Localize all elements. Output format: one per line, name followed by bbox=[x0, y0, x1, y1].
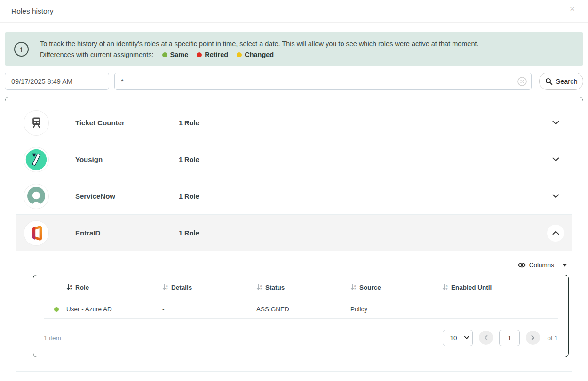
eye-icon bbox=[518, 261, 526, 269]
legend-line: Differences with current assignments: Sa… bbox=[40, 49, 479, 60]
close-icon[interactable]: × bbox=[568, 3, 577, 14]
sort-icon[interactable]: az bbox=[162, 284, 168, 291]
info-icon: i bbox=[14, 42, 29, 57]
svg-text:z: z bbox=[260, 287, 262, 291]
info-banner: i To track the history of an identity's … bbox=[5, 32, 583, 66]
chevron-down-icon[interactable] bbox=[547, 188, 564, 205]
search-field-wrap bbox=[114, 73, 532, 90]
items-count: 1 item bbox=[44, 334, 61, 341]
app-name: Ticket Counter bbox=[75, 119, 179, 127]
office-logo-icon bbox=[27, 224, 45, 242]
caret-down-icon bbox=[563, 264, 567, 267]
page-number-input[interactable] bbox=[499, 330, 520, 346]
app-role-count: 1 Role bbox=[179, 193, 199, 200]
chevron-down-icon[interactable] bbox=[547, 114, 564, 131]
status-dot bbox=[54, 307, 59, 312]
next-page-button[interactable] bbox=[526, 331, 540, 345]
entraid-avatar bbox=[24, 220, 49, 246]
svg-text:z: z bbox=[446, 287, 448, 291]
next-row-divider bbox=[16, 371, 572, 372]
app-name: EntraID bbox=[75, 229, 179, 237]
column-header-role[interactable]: az Role bbox=[66, 284, 162, 291]
columns-dropdown[interactable]: Columns bbox=[16, 261, 567, 269]
servicenow-avatar bbox=[24, 184, 49, 209]
svg-text:z: z bbox=[166, 287, 168, 291]
search-icon bbox=[545, 78, 553, 85]
cell-status: ASSIGNED bbox=[256, 306, 350, 313]
sort-icon[interactable]: az bbox=[442, 284, 448, 291]
banner-text-block: To track the history of an identity's ro… bbox=[40, 39, 479, 60]
sort-icon[interactable]: az bbox=[256, 284, 262, 291]
legend-item-changed: Changed bbox=[237, 49, 274, 60]
page-total-label: of 1 bbox=[547, 334, 558, 341]
same-dot bbox=[162, 52, 167, 57]
app-role-count: 1 Role bbox=[179, 119, 199, 127]
page-title: Roles history bbox=[11, 7, 54, 16]
app-name: ServiceNow bbox=[75, 192, 179, 200]
column-header-enabled-until[interactable]: az Enabled Until bbox=[442, 284, 558, 291]
filter-bar: Search bbox=[5, 73, 583, 90]
modal-header: Roles history × bbox=[0, 0, 588, 23]
roles-table-card: az Role az Details az Statu bbox=[33, 275, 569, 357]
roles-history-modal: Roles history × i To track the history o… bbox=[0, 0, 588, 381]
table-footer: 1 item 10 bbox=[44, 319, 558, 357]
svg-text:z: z bbox=[354, 287, 356, 291]
column-header-details[interactable]: az Details bbox=[162, 284, 256, 291]
sort-icon[interactable]: az bbox=[350, 284, 357, 291]
banner-message: To track the history of an identity's ro… bbox=[40, 39, 479, 49]
clear-search-icon[interactable] bbox=[517, 76, 527, 87]
search-button[interactable]: Search bbox=[539, 73, 583, 90]
servicenow-logo-icon bbox=[25, 186, 47, 207]
app-role-count: 1 Role bbox=[179, 156, 199, 163]
sort-icon[interactable]: az bbox=[66, 284, 72, 291]
svg-text:z: z bbox=[70, 287, 72, 291]
yousign-avatar bbox=[24, 147, 49, 172]
cell-role: User - Azure AD bbox=[66, 306, 162, 313]
changed-dot bbox=[237, 52, 242, 57]
column-header-status[interactable]: az Status bbox=[256, 284, 350, 291]
app-row-entraid[interactable]: EntraID 1 Role bbox=[16, 215, 572, 251]
chevron-up-icon[interactable] bbox=[547, 225, 564, 242]
app-row-servicenow[interactable]: ServiceNow 1 Role bbox=[16, 178, 572, 215]
app-row-yousign[interactable]: Yousign 1 Role bbox=[16, 141, 572, 178]
cell-source: Policy bbox=[350, 306, 442, 313]
app-name: Yousign bbox=[75, 155, 179, 163]
previous-page-button[interactable] bbox=[479, 331, 493, 345]
tram-icon bbox=[30, 116, 43, 129]
date-picker-input[interactable] bbox=[5, 73, 109, 90]
app-role-count: 1 Role bbox=[179, 229, 199, 237]
ticket-counter-avatar bbox=[24, 110, 49, 136]
chevron-down-icon[interactable] bbox=[547, 151, 564, 168]
table-header-row: az Role az Details az Statu bbox=[44, 275, 558, 300]
table-row[interactable]: User - Azure AD - ASSIGNED Policy bbox=[44, 300, 558, 319]
columns-label: Columns bbox=[529, 261, 554, 268]
retired-dot bbox=[197, 52, 202, 57]
legend-label: Differences with current assignments: bbox=[40, 49, 154, 60]
search-input[interactable] bbox=[114, 73, 532, 90]
page-size-select-wrap: 10 bbox=[443, 330, 473, 346]
entraid-expanded-section: Columns az Role az bbox=[16, 261, 572, 372]
app-row-ticket-counter[interactable]: Ticket Counter 1 Role bbox=[16, 105, 572, 141]
legend-item-retired: Retired bbox=[197, 49, 228, 60]
cell-details: - bbox=[162, 306, 256, 313]
column-header-source[interactable]: az Source bbox=[350, 284, 442, 291]
pagination: 10 of 1 bbox=[443, 330, 558, 346]
yousign-logo-icon bbox=[25, 148, 48, 171]
applications-panel: Ticket Counter 1 Role Yousign 1 Role bbox=[5, 97, 583, 381]
legend-item-same: Same bbox=[162, 49, 189, 60]
page-size-select[interactable]: 10 bbox=[443, 330, 473, 346]
